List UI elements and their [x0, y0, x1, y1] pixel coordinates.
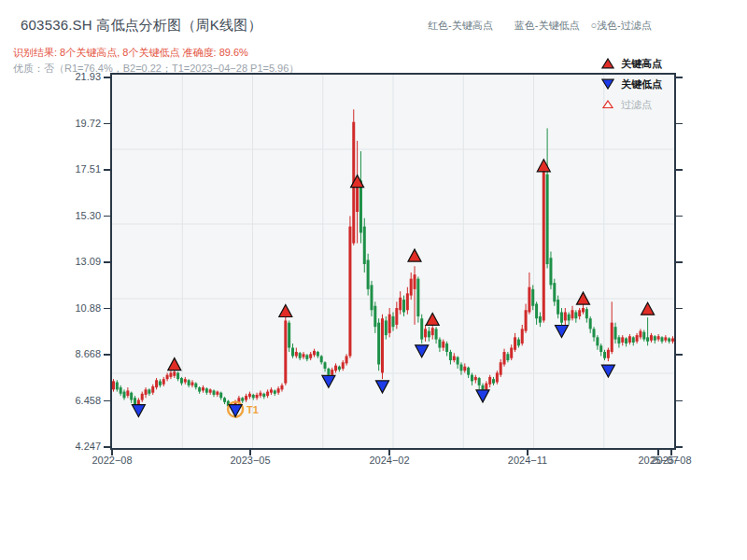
legend-item-filtered: 过滤点: [601, 94, 662, 115]
y-axis-tick-right: [676, 169, 683, 171]
y-axis-label: 19.72: [51, 118, 101, 129]
y-axis-tick: [104, 354, 110, 356]
legend-label-filtered: 过滤点: [621, 98, 652, 112]
page: 603536.SH 高低点分析图（周K线图） 识别结果: 8个关键高点, 8个关…: [0, 0, 747, 560]
legend-item-key-low: 关键低点: [601, 74, 662, 94]
x-axis-label: 2024−02: [359, 455, 419, 466]
y-axis-tick: [104, 169, 110, 171]
y-axis-tick: [104, 308, 110, 310]
y-axis-tick-right: [676, 308, 683, 310]
y-axis-label: 13.09: [51, 256, 101, 267]
y-axis-tick-right: [676, 77, 683, 78]
x-axis-label: 2023−05: [220, 455, 280, 466]
y-axis-tick-right: [676, 400, 683, 402]
y-axis-label: 15.30: [51, 210, 101, 221]
color-note-low: 蓝色-关键低点: [514, 20, 580, 31]
triangle-outline-icon: [601, 100, 614, 109]
y-axis-tick: [104, 400, 110, 402]
legend-label-key-low: 关键低点: [621, 77, 662, 91]
triangle-down-icon: [601, 78, 614, 90]
recognition-result-text: 识别结果: 8个关键高点, 8个关键低点 准确度: 89.6%: [13, 46, 248, 60]
y-axis-tick: [104, 123, 110, 125]
legend-label-key-high: 关键高点: [621, 57, 662, 71]
y-axis-tick-right: [676, 354, 683, 356]
color-note-high: 红色-关键高点: [428, 20, 493, 31]
x-axis-label: 2024−11: [498, 455, 557, 466]
y-axis-tick: [104, 216, 110, 217]
y-axis-label: 8.668: [51, 348, 101, 359]
svg-text:T1: T1: [247, 404, 259, 415]
y-axis-label: 21.93: [51, 71, 101, 82]
color-note: 红色-关键高点 蓝色-关键低点 ○浅色-过滤点: [428, 19, 652, 33]
y-axis-label: 10.88: [51, 302, 101, 314]
x-axis-label: 2022−08: [82, 455, 142, 466]
legend-item-key-high: 关键高点: [601, 53, 662, 74]
y-axis-tick: [104, 77, 110, 78]
color-note-filtered: ○浅色-过滤点: [590, 20, 651, 31]
y-axis-label: 17.51: [51, 163, 101, 175]
y-axis-label: 6.458: [51, 395, 101, 406]
y-axis-tick: [104, 446, 110, 448]
y-axis-label: 4.247: [51, 441, 101, 452]
legend: 关键高点 关键低点 过滤点: [601, 53, 662, 115]
page-title: 603536.SH 高低点分析图（周K线图）: [21, 17, 262, 35]
x-axis-label: 2025−08: [641, 455, 701, 466]
y-axis-tick-right: [676, 216, 683, 217]
y-axis-tick-right: [676, 446, 683, 448]
y-axis-tick-right: [676, 261, 683, 263]
y-axis-tick: [104, 261, 110, 263]
candlestick-chart: T1: [112, 75, 674, 448]
y-axis-tick-right: [676, 123, 683, 125]
triangle-up-icon: [601, 58, 614, 69]
